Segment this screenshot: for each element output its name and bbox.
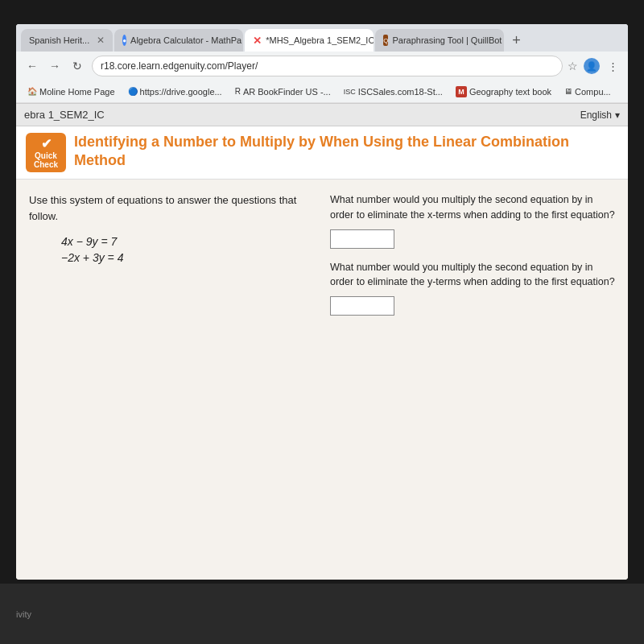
bookmark-icon[interactable]: ☆	[568, 60, 578, 72]
site-header: ebra 1_SEM2_IC English ▾	[16, 104, 628, 126]
tab-bar: Spanish Herit... ✕ ● Algebra Calculator …	[16, 24, 628, 52]
quick-check-badge: ✔ Quick Check	[26, 133, 66, 172]
tab-quillbot[interactable]: Q Paraphrasing Tool | QuillBot ✕	[375, 29, 504, 52]
profile-icon: 👤	[584, 58, 600, 74]
bookmark-geography[interactable]: M Geography text book	[451, 85, 556, 99]
bookmark-geography-label: Geography text book	[469, 87, 551, 97]
answer-input-2[interactable]	[330, 296, 394, 316]
bookmark-moline-label: Moline Home Page	[39, 87, 115, 97]
tab-mhs-icon: ✕	[253, 35, 262, 47]
tab-quillbot-label: Paraphrasing Tool | QuillBot	[392, 35, 502, 45]
browser-chrome: Spanish Herit... ✕ ● Algebra Calculator …	[16, 24, 628, 104]
question-text-2: What number would you multiply the secon…	[330, 260, 615, 291]
bookmark-isc[interactable]: ISC ISCSales.com18-St...	[339, 85, 448, 98]
bookmark-drive-label: https://drive.google...	[140, 87, 222, 97]
tab-quillbot-icon: Q	[383, 35, 388, 46]
tab-mhs-label: *MHS_Algebra 1_SEM2_IC -	[266, 35, 374, 45]
bookmark-moline[interactable]: 🏠 Moline Home Page	[23, 85, 120, 98]
site-header-label: ebra 1_SEM2_IC	[24, 109, 105, 121]
new-tab-button[interactable]: +	[506, 29, 527, 52]
bookmark-ar-label: AR BookFinder US -...	[243, 87, 331, 97]
tab-spanish[interactable]: Spanish Herit... ✕	[21, 29, 113, 52]
tab-algebra-calc-label: Algebra Calculator - MathPa	[130, 35, 242, 45]
intro-text: Use this system of equations to answer t…	[29, 192, 314, 224]
taskbar: ivity	[0, 584, 644, 644]
page-content: ebra 1_SEM2_IC English ▾ ✔ Quick Check I…	[16, 104, 628, 580]
badge-line2: Check	[34, 160, 58, 169]
bookmark-drive-icon: 🔵	[128, 87, 138, 96]
tab-mhs-algebra[interactable]: ✕ *MHS_Algebra 1_SEM2_IC - ✕	[245, 29, 374, 52]
main-content: Use this system of equations to answer t…	[16, 180, 628, 580]
tab-spanish-close[interactable]: ✕	[97, 35, 105, 46]
left-panel: Use this system of equations to answer t…	[29, 192, 314, 567]
url-text: r18.core.learn.edgenuity.com/Player/	[101, 60, 258, 72]
bookmarks-bar: 🏠 Moline Home Page 🔵 https://drive.googl…	[16, 80, 628, 103]
language-label: English	[580, 109, 612, 121]
course-header: ✔ Quick Check Identifying a Number to Mu…	[16, 126, 628, 180]
back-button[interactable]: ←	[23, 56, 42, 76]
reload-button[interactable]: ↻	[68, 56, 87, 76]
bookmark-ar[interactable]: R AR BookFinder US -...	[230, 85, 336, 98]
bookmark-isc-icon: ISC	[344, 88, 356, 96]
url-bar[interactable]: r18.core.learn.edgenuity.com/Player/	[92, 56, 563, 76]
badge-line1: Quick	[35, 151, 57, 160]
tab-spanish-label: Spanish Herit...	[29, 35, 89, 45]
lesson-title: Identifying a Number to Multiply by When…	[74, 133, 618, 171]
settings-button[interactable]: ⋮	[604, 57, 621, 75]
forward-button[interactable]: →	[45, 56, 64, 76]
address-bar: ← → ↻ r18.core.learn.edgenuity.com/Playe…	[16, 52, 628, 80]
check-icon: ✔	[32, 136, 60, 151]
browser-actions: 👤 ⋮	[583, 57, 621, 75]
browser-window: Spanish Herit... ✕ ● Algebra Calculator …	[16, 24, 628, 580]
equation-2: −2x + 3y = 4	[61, 251, 314, 264]
profile-button[interactable]: 👤	[583, 57, 601, 75]
right-panel: What number would you multiply the secon…	[330, 192, 615, 567]
bookmark-moline-icon: 🏠	[27, 87, 37, 96]
taskbar-label: ivity	[16, 609, 31, 619]
equation-block: 4x − 9y = 7 −2x + 3y = 4	[61, 235, 314, 264]
bookmark-compu-label: Compu...	[575, 87, 611, 97]
language-dropdown-icon[interactable]: ▾	[615, 109, 620, 121]
bookmark-compu-icon: 🖥	[564, 87, 572, 96]
bookmark-isc-label: ISCSales.com18-St...	[358, 87, 443, 97]
answer-input-1[interactable]	[330, 229, 394, 249]
bookmark-compu[interactable]: 🖥 Compu...	[559, 85, 616, 98]
site-header-right: English ▾	[580, 109, 620, 121]
bookmark-geography-icon: M	[456, 86, 467, 97]
bookmark-drive[interactable]: 🔵 https://drive.google...	[123, 85, 227, 98]
tab-algebra-calc[interactable]: ● Algebra Calculator - MathPa ✕	[114, 29, 243, 52]
tab-algebra-calc-icon: ●	[122, 35, 126, 46]
bookmark-ar-icon: R	[235, 87, 241, 96]
question-text-1: What number would you multiply the secon…	[330, 192, 615, 223]
nav-buttons: ← → ↻	[23, 56, 87, 76]
equation-1: 4x − 9y = 7	[61, 235, 314, 248]
